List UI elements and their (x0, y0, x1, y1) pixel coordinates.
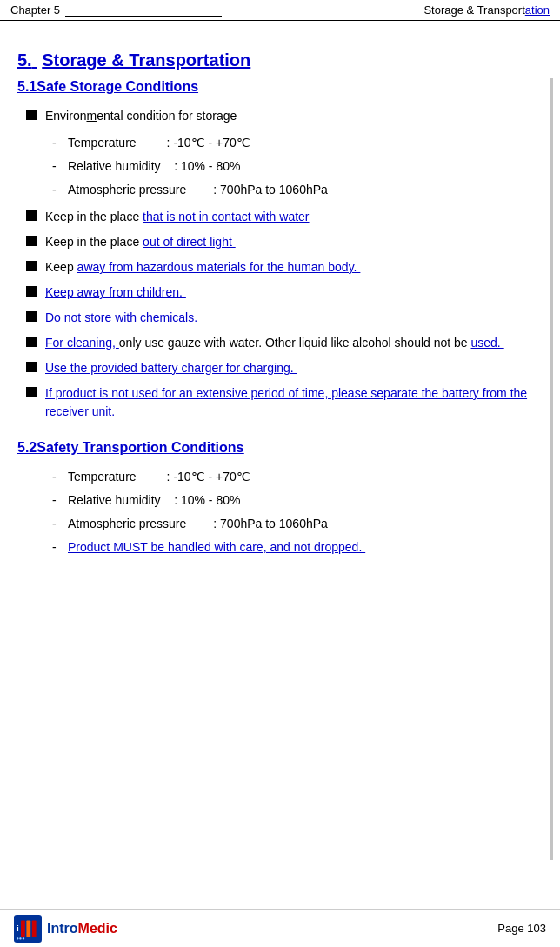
sub-label-handle: Product MUST be handled with care, and n… (68, 538, 365, 557)
header-right-plain: Storage & Transport (423, 3, 524, 17)
header-section: Storage & Transportation (423, 3, 550, 17)
intromedic-logo-icon: i ●●● (14, 915, 42, 943)
sub-item-handle: - Product MUST be handled with care, and… (52, 538, 543, 557)
chapter-title: 5. Storage & Transportation (17, 50, 543, 70)
light-link: out of direct light (143, 235, 236, 249)
chapter-number: 5. (17, 50, 32, 70)
dash-icon: - (52, 515, 68, 533)
bullet-item-cleaning: For cleaning, only use gauze with water.… (26, 334, 543, 352)
handle-link: Product MUST be handled with care, and n… (68, 540, 365, 554)
bullet-item-charger: Use the provided battery charger for cha… (26, 359, 543, 377)
hazard-link: away from hazardous materials for the hu… (77, 260, 361, 274)
section-2-title-plain: Safety Transport (37, 440, 146, 455)
bullet-item-env: Environmental condition for storage (26, 107, 543, 125)
bullet-list-env: Environmental condition for storage (26, 107, 543, 125)
dash-icon: - (52, 181, 68, 199)
sub-item-humidity: - Relative humidity : 10% - 80% (52, 157, 543, 176)
bullet-item-hazard: Keep away from hazardous materials for t… (26, 258, 543, 277)
bullet-cleaning-text: For cleaning, only use gauze with water.… (45, 334, 543, 352)
svg-rect-4 (32, 920, 37, 937)
charger-link: Use the provided battery charger for cha… (45, 361, 297, 375)
section-1-title: 5.1Safe Storage Conditions (17, 79, 543, 95)
bullet-text-env: Environmental condition for storage (45, 107, 543, 125)
sub-label-temp2: Temperature : -10℃ - +70℃ (68, 468, 250, 486)
section-2-title: 5.2Safety Transportion Conditions (17, 440, 543, 456)
chapter-title-text: Storage & Transportation (42, 50, 250, 70)
bullet-item-water: Keep in the place that is not in contact… (26, 208, 543, 226)
header-right-underline: ation (525, 3, 550, 17)
section-1-number: 5.1 (17, 79, 37, 94)
used-link: used. (471, 336, 504, 350)
battery-link: If product is not used for an extensive … (45, 386, 527, 418)
bullet-hazard-text: Keep away from hazardous materials for t… (45, 258, 543, 277)
svg-text:●●●: ●●● (16, 935, 24, 940)
svg-rect-3 (26, 920, 30, 937)
page-label: Page (497, 922, 523, 935)
sub-label-humidity: Relative humidity : 10% - 80% (68, 157, 240, 176)
bullet-light-text: Keep in the place out of direct light (45, 233, 543, 251)
dash-icon: - (52, 468, 68, 486)
svg-rect-2 (21, 920, 25, 937)
main-content: 5. Storage & Transportation 5.1Safe Stor… (0, 21, 560, 579)
children-link: Keep away from children. (45, 285, 186, 299)
storage-bullet-list: Keep in the place that is not in contact… (26, 208, 543, 421)
footer-logo-text: IntroMedic (47, 921, 117, 937)
logo-plain-text: Intro (47, 921, 78, 936)
bullet-icon (26, 311, 37, 322)
sub-item-humidity2: - Relative humidity : 10% - 80% (52, 491, 543, 510)
bullet-icon (26, 261, 37, 271)
bullet-chemicals-text: Do not store with chemicals. (45, 309, 543, 327)
sub-label-temp: Temperature : -10℃ - +70℃ (68, 134, 250, 152)
bullet-battery-text: If product is not used for an extensive … (45, 384, 543, 421)
sub-item-temp2: - Temperature : -10℃ - +70℃ (52, 468, 543, 486)
sub-label-pressure: Atmospheric pressure : 700hPa to 1060hPa (68, 181, 328, 199)
dash-icon: - (52, 157, 68, 176)
bullet-icon (26, 210, 37, 221)
bullet-water-text: Keep in the place that is not in contact… (45, 208, 543, 226)
section-2-title-underline: ion Conditions (147, 440, 244, 455)
sub-label-pressure2: Atmospheric pressure : 700hPa to 1060hPa (68, 515, 328, 533)
logo-accent-text: Medic (78, 921, 117, 936)
bullet-item-light: Keep in the place out of direct light (26, 233, 543, 251)
page-num-value: 103 (527, 922, 546, 935)
cleaning-link: For cleaning, (45, 336, 119, 350)
chemicals-link: Do not store with chemicals. (45, 310, 201, 324)
bullet-icon (26, 286, 37, 297)
page-footer: i ●●● IntroMedic Page 103 (0, 909, 560, 947)
water-link: that is not in contact with water (143, 210, 309, 223)
bullet-item-chemicals: Do not store with chemicals. (26, 309, 543, 327)
bullet-square-icon (26, 110, 37, 120)
page-number: Page 103 (497, 922, 546, 935)
sub-item-pressure: - Atmospheric pressure : 700hPa to 1060h… (52, 181, 543, 199)
page-header: Chapter 5 Storage & Transportation (0, 0, 560, 21)
header-chapter: Chapter 5 (10, 3, 222, 17)
bullet-item-battery: If product is not used for an extensive … (26, 384, 543, 421)
sub-item-temp: - Temperature : -10℃ - +70℃ (52, 134, 543, 152)
dash-icon: - (52, 134, 68, 152)
section-2-number: 5.2 (17, 440, 37, 455)
bullet-icon (26, 387, 37, 397)
sub-list-transport: - Temperature : -10℃ - +70℃ - Relative h… (52, 468, 543, 557)
sub-item-pressure2: - Atmospheric pressure : 700hPa to 1060h… (52, 515, 543, 533)
dash-icon: - (52, 538, 68, 557)
section-1-title-text: Safe Storage Conditions (37, 79, 198, 94)
dash-icon: - (52, 491, 68, 510)
bullet-charger-text: Use the provided battery charger for cha… (45, 359, 543, 377)
footer-logo: i ●●● IntroMedic (14, 915, 117, 943)
bullet-icon (26, 337, 37, 347)
bullet-icon (26, 362, 37, 372)
sub-list-env: - Temperature : -10℃ - +70℃ - Relative h… (52, 134, 543, 199)
chapter-label: Chapter 5 (10, 3, 60, 17)
page-container: Chapter 5 Storage & Transportation 5. St… (0, 0, 560, 947)
svg-text:i: i (17, 924, 18, 933)
bullet-children-text: Keep away from children. (45, 283, 543, 302)
bullet-icon (26, 236, 37, 246)
bullet-item-children: Keep away from children. (26, 283, 543, 302)
sub-label-humidity2: Relative humidity : 10% - 80% (68, 491, 240, 510)
right-margin-bar (550, 78, 553, 860)
